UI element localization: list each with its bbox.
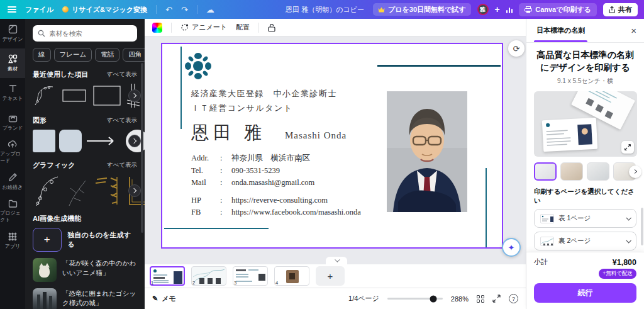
rectangle-thumb[interactable]	[60, 84, 88, 108]
menu-icon[interactable]	[8, 6, 16, 13]
variants-next-button[interactable]	[629, 166, 641, 178]
sidebar-item-apps[interactable]: アプリ	[0, 226, 25, 256]
subtotal-label: 小計	[534, 257, 548, 267]
card-links-block: HP:https://reverve-consulting.com FB:htt…	[191, 194, 361, 219]
file-menu-label: ファイル	[25, 5, 53, 14]
sidebar-item-elements[interactable]: 素材	[0, 48, 25, 78]
try-pro-button[interactable]: プロを30日間無料で試す	[373, 3, 471, 16]
search-input[interactable]	[49, 30, 125, 37]
sidebar-item-uploads[interactable]: アップロード	[0, 137, 25, 167]
grid-view-icon[interactable]	[477, 295, 484, 303]
card-title-line2[interactable]: ＩＴ経営コンサルタント	[191, 103, 293, 114]
rail-label: ブランド	[3, 125, 23, 132]
notes-button[interactable]: ✎ メモ	[152, 294, 176, 303]
expand-photo-button[interactable]	[621, 141, 634, 154]
continue-button[interactable]: 続行	[534, 283, 636, 303]
variant-thumb-1[interactable]	[534, 162, 557, 181]
contact-value: 090-3531-5239	[231, 165, 280, 177]
chip-square[interactable]: 四角	[123, 48, 145, 62]
file-menu[interactable]: ファイル	[25, 5, 53, 14]
colon: :	[220, 165, 231, 177]
position-button[interactable]: 配置	[236, 23, 250, 32]
print-with-canva-button[interactable]: Canvaで印刷する	[519, 3, 597, 16]
card-name-row[interactable]: 恩田 雅 Masashi Onda	[191, 121, 347, 145]
redo-icon[interactable]: ↷	[181, 6, 188, 14]
collapse-panel-button[interactable]	[326, 257, 347, 264]
recent-next-button[interactable]	[128, 89, 141, 102]
close-icon[interactable]: ×	[631, 25, 636, 36]
ai-prompt-item[interactable]: 「花が咲く森の中のかわいいアニメ猫」	[33, 258, 137, 282]
front-pages-select[interactable]: 表 1ページ	[534, 209, 636, 228]
branch-graphic-thumb[interactable]	[64, 174, 89, 207]
sidebar-item-design[interactable]: デザイン	[0, 19, 25, 48]
shapes-next-button[interactable]	[128, 135, 141, 147]
chip-phone[interactable]: 電話	[95, 48, 119, 62]
elements-icon	[8, 54, 18, 64]
sidebar-scrollbar[interactable]	[141, 63, 143, 233]
fullscreen-icon[interactable]	[492, 295, 501, 303]
page-indicator[interactable]: 1/4ページ	[348, 294, 379, 303]
sidebar-item-brand[interactable]: ブランド	[0, 108, 25, 137]
share-button[interactable]: 共有	[603, 3, 638, 16]
zoom-slider-knob[interactable]	[430, 295, 436, 302]
insights-icon[interactable]	[506, 6, 513, 13]
sidebar-item-projects[interactable]: プロジェクト	[0, 196, 25, 226]
animate-button[interactable]: アニメート	[180, 23, 227, 32]
cloud-sync-icon[interactable]: ☁	[206, 6, 214, 14]
variant-thumb-3[interactable]	[587, 162, 609, 181]
rectangle-thumb[interactable]	[92, 84, 122, 108]
add-page-button[interactable]: +	[316, 266, 345, 286]
zoom-level[interactable]: 288%	[451, 295, 469, 303]
sidebar-item-text[interactable]: テキスト	[0, 78, 25, 108]
arrow-line-thumb[interactable]	[86, 130, 118, 152]
section-ai-title: AI画像生成機能	[33, 214, 81, 223]
ai-generate-button[interactable]: +	[33, 228, 62, 252]
lock-icon[interactable]	[268, 23, 275, 32]
page-thumb-3[interactable]: 3	[233, 266, 268, 286]
graphics-next-button[interactable]	[128, 184, 141, 197]
color-picker-chip[interactable]	[152, 23, 162, 33]
card-contact-block[interactable]: Addr.:神奈川県 横浜市南区 Tel.:090-3531-5239 Mail…	[191, 152, 361, 219]
card-top-right-line[interactable]	[377, 65, 501, 67]
add-member-button[interactable]: +	[495, 4, 500, 14]
magic-assistant-button[interactable]: ✦	[502, 238, 521, 257]
page-thumb-1[interactable]: 1	[150, 266, 185, 286]
document-title[interactable]: 恩田 雅（明朝）のコピー	[286, 5, 364, 14]
shapes-see-all[interactable]: すべて表示	[107, 116, 137, 125]
business-card-page[interactable]: 経済産業大臣登録 中小企業診断士 ＩＴ経営コンサルタント 恩田 雅 Masash…	[162, 44, 502, 247]
rotate-page-button[interactable]: ⟳	[508, 40, 525, 57]
card-name: 恩田 雅	[191, 121, 266, 145]
avatar[interactable]: 雅	[477, 4, 489, 15]
page-thumb-2[interactable]: 2	[191, 266, 226, 286]
contact-label: Mail	[191, 177, 220, 189]
card-title-line1[interactable]: 経済産業大臣登録 中小企業診断士	[191, 88, 337, 99]
floral-sketch-thumb[interactable]	[33, 84, 57, 108]
rounded-square-shape-thumb[interactable]	[59, 130, 82, 152]
zoom-slider[interactable]	[387, 298, 443, 300]
page-number: 2	[192, 280, 195, 286]
portrait-photo[interactable]	[387, 91, 467, 212]
company-logo[interactable]	[184, 52, 213, 81]
card-right-accent-line[interactable]	[486, 168, 487, 247]
help-icon[interactable]: ?	[509, 294, 518, 303]
chip-line[interactable]: 線	[33, 48, 51, 62]
gold-leaves-graphic-thumb[interactable]	[93, 174, 122, 207]
resize-magic-button[interactable]: リサイズ&マジック変換	[62, 5, 147, 14]
ai-prompt-item[interactable]: 「恐竜に囲まれたゴシック様式の城」	[33, 288, 137, 309]
page-thumb-4[interactable]: 4	[274, 266, 309, 286]
back-pages-select[interactable]: 裏 2ページ	[534, 232, 636, 250]
tab-japan-standard-card[interactable]: 日本標準の名刺	[534, 19, 587, 42]
chip-frame[interactable]: フレーム	[54, 48, 92, 62]
card-bottom-left-line[interactable]	[164, 228, 269, 229]
card-left-accent-line[interactable]	[180, 47, 182, 129]
graphics-see-all[interactable]: すべて表示	[107, 161, 137, 169]
search-bar[interactable]	[33, 25, 137, 42]
panel-scrollbar[interactable]	[641, 208, 643, 245]
undo-icon[interactable]: ↶	[165, 6, 172, 14]
ai-generate-row[interactable]: + 独自のものを生成する	[33, 228, 137, 252]
recent-see-all[interactable]: すべて表示	[107, 70, 137, 79]
sidebar-item-draw[interactable]: お絵描き	[0, 167, 25, 196]
square-shape-thumb[interactable]	[33, 130, 55, 152]
floral-graphic-thumb[interactable]	[33, 174, 60, 207]
variant-thumb-2[interactable]	[560, 162, 583, 181]
